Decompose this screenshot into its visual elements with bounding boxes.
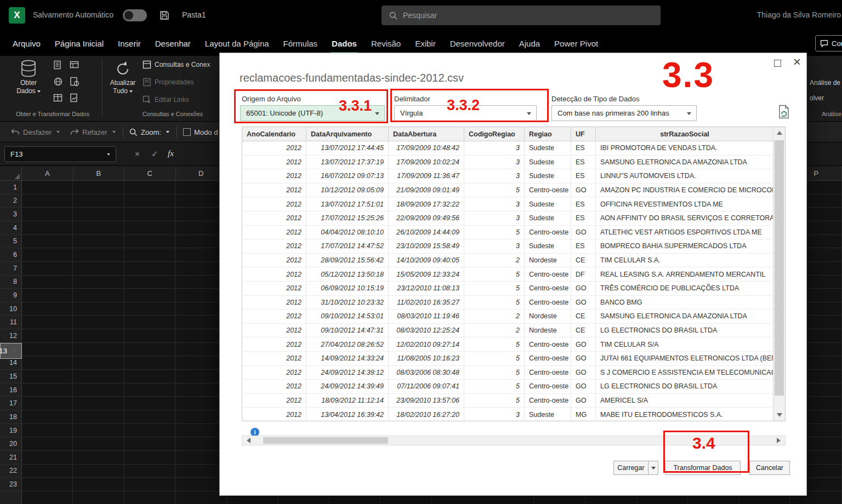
preview-table-cell: 2012 — [242, 239, 306, 253]
row-header-16[interactable]: 16 — [0, 383, 22, 397]
preview-table-cell: 2012 — [242, 141, 306, 155]
modo-checkbox[interactable]: Modo d — [183, 122, 218, 142]
existing-connections-icon[interactable] — [70, 77, 79, 87]
row-header-21[interactable]: 21 — [0, 451, 22, 465]
consultas-conexoes-button[interactable]: Consultas e Conex — [143, 60, 210, 69]
row-header-3[interactable]: 3 — [0, 208, 22, 221]
row-headers: 1234567891011121314151617181920212223 — [0, 181, 22, 504]
preview-table-cell: 13/04/2012 16:39:42 — [306, 408, 389, 421]
close-icon[interactable]: × — [793, 54, 801, 70]
row-header-23[interactable]: 23 — [0, 478, 22, 491]
preview-table-cell: OFFICINA REVESTIMENTOS LTDA ME — [596, 197, 774, 211]
desfazer-button[interactable]: Desfazer — [11, 122, 60, 142]
row-header-19[interactable]: 19 — [0, 424, 22, 438]
row-header-15[interactable]: 15 — [0, 370, 22, 383]
tab-inserir[interactable]: Inserir — [111, 31, 148, 56]
preview-table-cell: 23/09/2010 13:57:06 — [389, 394, 464, 408]
preview-table-cell: 5 — [464, 380, 525, 393]
row-header-18[interactable]: 18 — [0, 410, 22, 424]
column-header-A[interactable]: A — [22, 166, 73, 181]
autosave-toggle[interactable] — [123, 9, 147, 21]
row-header-8[interactable]: 8 — [0, 276, 22, 289]
preview-table-cell: 3 — [464, 141, 525, 155]
row-header-4[interactable]: 4 — [0, 221, 22, 235]
vertical-scrollbar[interactable] — [773, 127, 785, 421]
row-header-14[interactable]: 14 — [0, 356, 22, 370]
preview-table-cell: ES — [571, 156, 596, 169]
row-header-2[interactable]: 2 — [0, 194, 22, 208]
preview-table-row: 201213/07/2012 17:51:0118/09/2009 17:32:… — [242, 197, 774, 211]
carregar-dropdown-button[interactable] — [648, 461, 658, 475]
refresh-preview-icon[interactable] — [778, 105, 790, 119]
preview-table-cell: 24/09/2012 14:39:49 — [306, 380, 389, 393]
annotation-3-3: 3.3 — [662, 55, 714, 95]
select-all-corner[interactable] — [0, 166, 22, 181]
preview-table-row: 201227/04/2012 08:26:5212/02/2010 09:27:… — [242, 337, 774, 352]
column-header-C[interactable]: C — [124, 166, 176, 181]
preview-table-cell: 17/09/2009 11:36:47 — [389, 169, 464, 183]
save-icon[interactable] — [159, 10, 170, 21]
maximize-icon[interactable] — [774, 60, 781, 67]
preview-table-cell: 2012 — [242, 380, 306, 393]
row-header-10[interactable]: 10 — [0, 302, 22, 316]
preview-table-cell: 5 — [464, 184, 525, 197]
cancelar-button[interactable]: Cancelar — [749, 461, 790, 475]
row-header-12[interactable]: 12 — [0, 329, 22, 343]
from-table-icon[interactable] — [53, 93, 63, 103]
confirm-entry-icon[interactable]: ✓ — [151, 149, 158, 159]
row-header-9[interactable]: 9 — [0, 289, 22, 302]
search-box[interactable]: Pesquisar — [382, 5, 661, 25]
editar-links-button[interactable]: Editar Links — [143, 95, 189, 104]
carregar-button[interactable]: Carregar — [613, 461, 648, 475]
excel-logo-icon[interactable]: X — [9, 7, 25, 24]
insert-function-icon[interactable]: fx — [168, 149, 174, 158]
preview-table-cell: 23/10/2009 15:58:49 — [389, 239, 464, 253]
preview-table-cell: 11/08/2005 10:16:23 — [389, 352, 464, 365]
recent-sources-icon[interactable] — [70, 60, 79, 70]
row-header-6[interactable]: 6 — [0, 248, 22, 262]
preview-table-cell: 27/04/2012 08:26:52 — [306, 337, 389, 351]
comments-button[interactable]: Com — [815, 35, 842, 51]
preview-table-cell: BANCO BMG — [596, 296, 774, 310]
row-header-1[interactable]: 1 — [0, 181, 22, 194]
deteccao-select[interactable]: Com base nas primeiras 200 linhas — [551, 105, 697, 121]
preview-table-row: 201204/04/2012 08:10:1026/10/2009 14:44:… — [242, 226, 774, 240]
scroll-left-icon[interactable] — [247, 438, 251, 443]
group-label-consultas: Consultas e Conexões — [132, 111, 214, 117]
scroll-right-icon[interactable] — [777, 438, 781, 443]
tab-desenhar[interactable]: Desenhar — [148, 31, 198, 56]
search-placeholder: Pesquisar — [403, 11, 437, 20]
row-header-7[interactable]: 7 — [0, 262, 22, 276]
from-text-icon[interactable] — [53, 60, 63, 70]
scroll-down-icon[interactable] — [777, 413, 782, 417]
cancel-entry-icon[interactable]: × — [135, 149, 140, 158]
preview-table-cell: Centro-oeste — [525, 380, 571, 393]
from-web-icon[interactable] — [53, 77, 63, 87]
tab-arquivo[interactable]: Arquivo — [5, 31, 48, 56]
preview-table-cell: 17/09/2009 10:48:42 — [389, 141, 464, 155]
tab-página-inicial[interactable]: Página Inicial — [48, 31, 111, 56]
preview-table-cell: 2012 — [242, 352, 306, 365]
scroll-up-icon[interactable] — [777, 131, 782, 135]
obter-dados-button[interactable]: Obter Dados — [9, 59, 48, 95]
column-header-B[interactable]: B — [73, 166, 125, 181]
name-box[interactable]: F13 — [4, 146, 116, 162]
preview-table-cell: 3 — [464, 169, 525, 183]
from-picture-icon[interactable] — [70, 93, 79, 103]
row-header-11[interactable]: 11 — [0, 316, 22, 330]
scrollbar-thumb[interactable] — [775, 140, 784, 396]
row-header-22[interactable]: 22 — [0, 465, 22, 478]
propriedades-button[interactable]: Propriedades — [143, 78, 194, 87]
row-header-17[interactable]: 17 — [0, 397, 22, 410]
preview-table-row: 201214/09/2012 14:33:2411/08/2005 10:16:… — [242, 352, 774, 366]
preview-table-cell: 2 — [464, 310, 525, 323]
atualizar-tudo-button[interactable]: Atualizar Tudo — [103, 59, 143, 95]
preview-table-cell: 3 — [464, 211, 525, 225]
row-header-20[interactable]: 20 — [0, 437, 22, 451]
annotation-3-4: 3.4 — [692, 434, 715, 453]
row-header-5[interactable]: 5 — [0, 235, 22, 249]
preview-table-cell: 10/12/2012 09:05:09 — [306, 184, 389, 197]
refazer-button[interactable]: Refazer — [70, 122, 116, 142]
scrollbar-thumb[interactable] — [263, 437, 388, 444]
zoom-button[interactable]: Zoom: — [129, 122, 169, 142]
